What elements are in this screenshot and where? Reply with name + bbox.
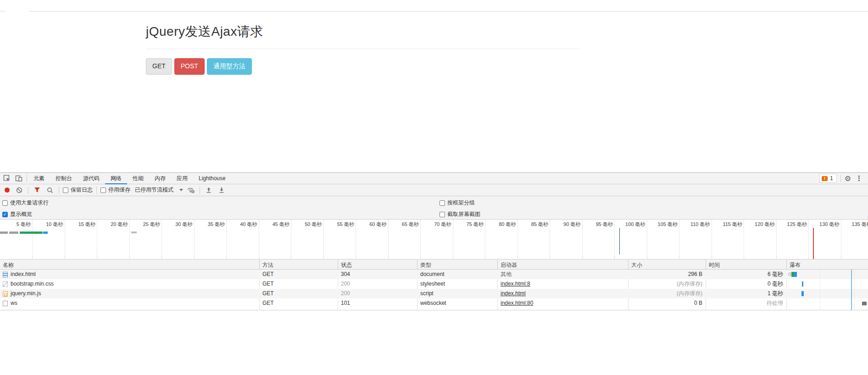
request-name: bootstrap.min.css [11, 279, 54, 289]
option-按框架分组[interactable]: 按框架分组 [440, 199, 475, 207]
overview-ruler-tick [841, 256, 841, 259]
devtools-panel: 元素控制台源代码网络性能内存应用Lighthouse ! 1 ⚙ ⋮ [0, 172, 868, 375]
tab-lighthouse[interactable]: Lighthouse [193, 173, 231, 184]
initiator-link[interactable]: index.html:8 [501, 281, 530, 287]
generic-method-button[interactable]: 通用型方法 [207, 58, 252, 75]
overview-request-bar [20, 232, 43, 234]
record-button[interactable] [5, 188, 10, 193]
initiator-cell: index.html:80 [498, 298, 629, 308]
type-cell: script [417, 289, 498, 298]
option-使用大量请求行[interactable]: 使用大量请求行 [2, 199, 49, 207]
request-row-ws[interactable]: wsGET101websocketindex.html:800 B待处理 [0, 298, 868, 308]
tab-console[interactable]: 控制台 [50, 173, 78, 184]
request-row-index.html[interactable]: index.htmlGET304document其他296 B6 毫秒 [0, 270, 868, 279]
option-checkbox[interactable] [2, 212, 8, 217]
name-cell: index.html [0, 270, 260, 279]
option-checkbox[interactable] [440, 200, 445, 206]
overview-tick-label: 110 毫秒 [678, 221, 710, 228]
column-header-时间[interactable]: 时间 [706, 259, 787, 270]
tabbar-left-icons [0, 174, 26, 183]
disable-cache-checkbox[interactable]: 停用缓存 [100, 186, 130, 194]
overview-tick-label: 75 毫秒 [451, 221, 484, 228]
column-header-启动器[interactable]: 启动器 [498, 259, 629, 270]
option-checkbox[interactable] [2, 200, 8, 206]
overview-tick-label: 120 毫秒 [743, 221, 775, 228]
option-label: 截取屏幕截图 [447, 210, 480, 218]
overview-ruler-tick [194, 256, 195, 259]
export-har-icon[interactable] [217, 186, 227, 195]
type-cell: document [417, 270, 498, 279]
overview-ruler-tick [744, 256, 744, 259]
preserve-log-box[interactable] [63, 188, 68, 193]
overview-tick-label: 45 毫秒 [257, 221, 289, 228]
issues-badge[interactable]: ! 1 [819, 174, 837, 183]
issues-count: 1 [830, 175, 833, 182]
overview-tick-label: 115 毫秒 [710, 221, 742, 228]
table-header-row: 名称方法状态类型启动器大小时间瀑布 [0, 259, 868, 270]
inspect-element-icon[interactable] [2, 174, 12, 183]
tab-memory[interactable]: 内存 [149, 173, 171, 184]
overview-tick-label: 65 毫秒 [387, 221, 419, 228]
get-button[interactable]: GET [146, 58, 172, 75]
column-header-状态[interactable]: 状态 [338, 259, 417, 270]
tab-performance[interactable]: 性能 [127, 173, 149, 184]
waterfall-gridline [854, 270, 855, 310]
overview-ruler-tick [291, 256, 291, 259]
method-cell: GET [260, 270, 338, 279]
initiator-link[interactable]: index.html [501, 290, 526, 297]
tab-application[interactable]: 应用 [171, 173, 193, 184]
browser-viewport: jQuery发送Ajax请求 GET POST 通用型方法 元素控制台源代码网络… [0, 0, 868, 375]
tab-elements[interactable]: 元素 [28, 173, 50, 184]
device-toolbar-icon[interactable] [14, 174, 24, 183]
waterfall-blue-line [851, 270, 852, 310]
column-header-类型[interactable]: 类型 [417, 259, 498, 270]
column-header-方法[interactable]: 方法 [260, 259, 338, 270]
column-header-大小[interactable]: 大小 [629, 259, 706, 270]
time-cell: 0 毫秒 [706, 279, 787, 289]
network-conditions-icon[interactable] [186, 186, 196, 195]
option-checkbox[interactable] [440, 212, 445, 217]
option-label: 使用大量请求行 [10, 199, 49, 207]
initiator-link[interactable]: index.html:80 [501, 300, 533, 306]
preserve-log-checkbox[interactable]: 保留日志 [63, 186, 93, 194]
request-row-jquery.min.js[interactable]: jquery.min.jsGET200scriptindex.html(内存缓存… [0, 289, 868, 298]
tab-sources[interactable]: 源代码 [78, 173, 105, 184]
status-cell: 304 [338, 270, 417, 279]
overview-tick-label: 50 毫秒 [290, 221, 322, 228]
column-header-瀑布[interactable]: 瀑布 [787, 259, 868, 270]
disable-cache-box[interactable] [100, 188, 106, 193]
tab-network[interactable]: 网络 [105, 173, 127, 184]
overview-tick-label: 60 毫秒 [355, 221, 387, 228]
option-显示概览[interactable]: 显示概览 [2, 210, 32, 218]
status-cell: 101 [338, 298, 417, 308]
method-cell: GET [260, 279, 338, 289]
overview-tick-label: 90 毫秒 [549, 221, 581, 228]
overview-request-bar [0, 232, 8, 234]
settings-gear-icon[interactable]: ⚙ [845, 174, 851, 183]
overview-tick-label: 35 毫秒 [193, 221, 225, 228]
overview-tick-label: 100 毫秒 [613, 221, 645, 228]
import-har-icon[interactable] [204, 186, 214, 195]
waterfall-cell [787, 270, 868, 279]
more-menu-icon[interactable]: ⋮ [854, 174, 864, 182]
network-overview-timeline[interactable]: 5 毫秒10 毫秒15 毫秒20 毫秒25 毫秒30 毫秒35 毫秒40 毫秒4… [0, 220, 868, 259]
waterfall-cell [787, 279, 868, 289]
name-cell: jquery.min.js [0, 289, 260, 298]
throttling-select[interactable]: 已停用节流模式 [135, 186, 183, 194]
overview-ruler-tick [65, 256, 65, 259]
column-header-名称[interactable]: 名称 [0, 259, 260, 270]
overview-ruler-tick [679, 256, 679, 259]
clear-icon[interactable] [14, 186, 24, 195]
filter-icon[interactable] [32, 186, 42, 195]
separator [59, 187, 59, 194]
option-截取屏幕截图[interactable]: 截取屏幕截图 [440, 210, 480, 218]
status-cell: 200 [338, 289, 417, 298]
throttling-value: 已停用节流模式 [135, 186, 173, 194]
overview-tick-label: 130 毫秒 [807, 221, 840, 228]
overview-ruler-tick [485, 256, 485, 259]
post-button[interactable]: POST [174, 58, 205, 75]
issues-icon: ! [822, 176, 828, 181]
request-row-bootstrap.min.css[interactable]: bootstrap.min.cssGET200stylesheetindex.h… [0, 279, 868, 289]
search-icon[interactable] [45, 186, 55, 195]
overview-ruler-tick [420, 256, 421, 259]
